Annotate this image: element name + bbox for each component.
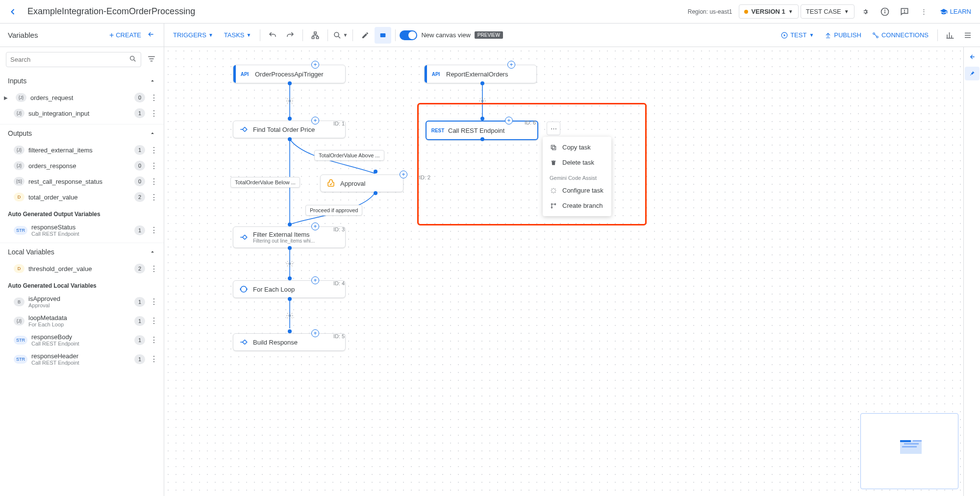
- create-label: CREATE: [116, 31, 141, 39]
- collapse-sidebar-button[interactable]: [144, 27, 158, 43]
- test-button[interactable]: TEST▼: [776, 28, 819, 42]
- menu-delete-task[interactable]: Delete task: [543, 155, 611, 170]
- edge-label[interactable]: TotalOrderValue Above ...: [314, 150, 384, 161]
- add-node-button[interactable]: +: [505, 117, 513, 124]
- add-node-button[interactable]: +: [311, 117, 319, 124]
- inputs-section-header[interactable]: Inputs: [0, 72, 164, 90]
- node-more-button[interactable]: ⋯: [547, 122, 560, 135]
- variable-row[interactable]: {J}filtered_external_items1⋮: [0, 142, 164, 158]
- edit-tool[interactable]: [357, 27, 374, 44]
- feedback-button[interactable]: [896, 3, 913, 21]
- branch-icon: [550, 202, 557, 209]
- add-node-button[interactable]: +: [507, 61, 515, 69]
- settings-button[interactable]: [856, 3, 874, 21]
- canvas-view-toggle[interactable]: [400, 30, 417, 40]
- variable-row[interactable]: {J}orders_response0⋮: [0, 158, 164, 174]
- trash-icon: [550, 159, 557, 166]
- svg-point-23: [289, 263, 291, 265]
- svg-point-21: [289, 100, 291, 102]
- task-context-menu: Copy task Delete task Gemini Code Assist…: [543, 137, 611, 216]
- create-variable-button[interactable]: + CREATE: [109, 31, 141, 40]
- variable-row[interactable]: STRresponseBodyCall REST Endpoint1⋮: [0, 330, 164, 349]
- task-node-build-response[interactable]: Build Response: [233, 333, 346, 351]
- version-label: VERSION 1: [751, 8, 785, 15]
- pin-button[interactable]: [965, 67, 980, 80]
- editor-toolbar: Variables + CREATE TRIGGERS▼ TASKS▼ ▼ Ne…: [0, 24, 980, 47]
- variable-row[interactable]: BisApprovedApproval1⋮: [0, 292, 164, 311]
- triggers-dropdown[interactable]: TRIGGERS▼: [168, 28, 218, 42]
- edge-label[interactable]: TotalOrderValue Below ...: [230, 177, 300, 188]
- integration-title: ExampleIntegration-EcomOrderProcessing: [27, 6, 195, 17]
- learn-label: LEARN: [950, 8, 971, 15]
- svg-point-4: [904, 12, 905, 12]
- add-node-button[interactable]: +: [311, 223, 319, 230]
- node-id: ID: 2: [419, 174, 430, 180]
- svg-point-31: [551, 207, 552, 208]
- variable-row[interactable]: ▶ {J} orders_request 0 ⋮: [0, 90, 164, 105]
- undo-button[interactable]: [264, 27, 281, 44]
- task-node-filter[interactable]: Filter External ItemsFiltering out line_…: [233, 226, 346, 248]
- gear-icon[interactable]: [285, 259, 295, 269]
- local-section-header[interactable]: Local Variables: [0, 243, 164, 261]
- info-button[interactable]: [876, 3, 894, 21]
- menu-create-branch[interactable]: Create branch: [543, 198, 611, 213]
- chevron-up-icon: [149, 248, 156, 255]
- variable-row[interactable]: {J}loopMetadataFor Each Loop1⋮: [0, 311, 164, 330]
- expand-icon[interactable]: ▶: [4, 95, 12, 100]
- learn-button[interactable]: LEARN: [935, 5, 976, 19]
- edge-label[interactable]: Proceed if approved: [305, 205, 362, 216]
- rest-icon: REST: [432, 125, 443, 135]
- more-button[interactable]: ⋮: [915, 3, 933, 21]
- trigger-node-api1[interactable]: API OrderProcessApiTrigger: [233, 65, 346, 83]
- variable-row[interactable]: STRresponseHeaderCall REST Endpoint1⋮: [0, 349, 164, 369]
- expand-rail-button[interactable]: [965, 50, 979, 64]
- canvas-view-label: New canvas view: [421, 31, 470, 39]
- publish-button[interactable]: PUBLISH: [820, 28, 866, 42]
- task-node-foreach[interactable]: For Each Loop: [233, 280, 346, 298]
- canvas[interactable]: API OrderProcessApiTrigger + API ReportE…: [164, 47, 980, 496]
- variable-row[interactable]: STR responseStatusCall REST Endpoint 1⋮: [0, 221, 164, 240]
- redo-button[interactable]: [282, 27, 299, 44]
- data-mapping-icon: [239, 338, 248, 347]
- variable-more-button[interactable]: ⋮: [149, 93, 159, 102]
- back-button[interactable]: [4, 3, 22, 21]
- logs-button[interactable]: [959, 27, 976, 44]
- filter-button[interactable]: [145, 52, 158, 67]
- minimap[interactable]: [860, 413, 958, 489]
- variable-row[interactable]: {S}rest_call_response_status0⋮: [0, 174, 164, 189]
- svg-rect-5: [314, 32, 317, 34]
- variable-more-button[interactable]: ⋮: [149, 109, 159, 118]
- variable-row[interactable]: {J} sub_integration_input 1 ⋮: [0, 105, 164, 121]
- add-node-button[interactable]: +: [311, 329, 319, 337]
- gear-icon[interactable]: [285, 96, 295, 106]
- svg-rect-29: [551, 145, 554, 149]
- task-node-approval[interactable]: Approval: [320, 174, 403, 192]
- tasks-dropdown[interactable]: TASKS▼: [219, 28, 256, 42]
- add-node-button[interactable]: +: [311, 61, 319, 69]
- search-input[interactable]: [10, 56, 129, 63]
- variable-row[interactable]: Dthreshold_order_value2⋮: [0, 261, 164, 276]
- testcase-selector[interactable]: TEST CASE ▼: [801, 4, 854, 19]
- menu-copy-task[interactable]: Copy task: [543, 140, 611, 155]
- connections-icon: [872, 32, 879, 39]
- variable-row[interactable]: Dtotal_order_value2⋮: [0, 189, 164, 205]
- zoom-button[interactable]: ▼: [332, 27, 349, 44]
- gear-icon[interactable]: [285, 311, 295, 321]
- trigger-node-api2[interactable]: API ReportExternalOrders: [424, 65, 537, 83]
- add-node-button[interactable]: +: [311, 276, 319, 284]
- node-id: ID: 3: [333, 226, 345, 232]
- analytics-button[interactable]: [942, 27, 958, 44]
- outputs-section-header[interactable]: Outputs: [0, 124, 164, 142]
- select-tool[interactable]: [375, 27, 391, 44]
- svg-point-16: [130, 56, 134, 60]
- gear-icon[interactable]: [477, 96, 487, 106]
- connections-button[interactable]: CONNECTIONS: [867, 28, 933, 42]
- menu-configure-task[interactable]: Configure task: [543, 183, 611, 198]
- search-input-wrapper[interactable]: [6, 52, 141, 67]
- layout-button[interactable]: [307, 27, 324, 44]
- version-selector[interactable]: VERSION 1 ▼: [739, 4, 798, 19]
- testcase-label: TEST CASE: [806, 8, 841, 15]
- menu-section-label: Gemini Code Assist: [543, 170, 611, 183]
- task-node-find-total[interactable]: Find Total Order Price: [233, 121, 346, 138]
- add-node-button[interactable]: +: [400, 171, 407, 178]
